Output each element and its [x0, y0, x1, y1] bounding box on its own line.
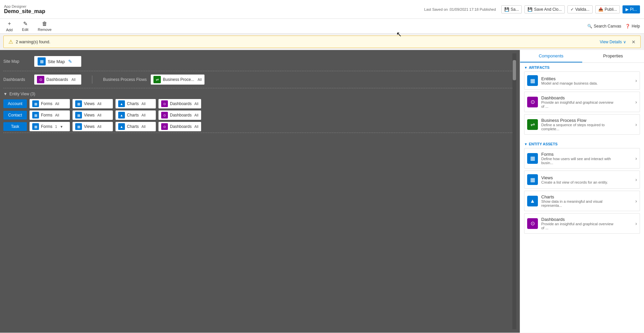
dashboards2-icon: ⊙ [161, 100, 168, 107]
entities-title: Entities [541, 76, 598, 81]
warning-close-button[interactable]: ✕ [632, 39, 636, 45]
validate-button[interactable]: ✓ Valida... [567, 5, 592, 13]
save-close-icon: 💾 [527, 7, 533, 12]
add-icon: ＋ [7, 20, 12, 27]
help-icon: ❓ [625, 24, 630, 29]
dashboards2-chevron-icon: › [635, 221, 637, 226]
artifacts-section: ▼ ARTIFACTS ▦ Entities Model and manage … [520, 63, 644, 139]
dashboards-component-item[interactable]: ⊙ Dashboards Provide an insightful and g… [524, 92, 640, 112]
account-button[interactable]: Account [3, 99, 27, 108]
dashboards2-component-item[interactable]: ⊙ Dashboards Provide an insightful and g… [524, 213, 640, 234]
views-title: Views [541, 175, 608, 180]
bpf-card-name: Business Proce... [163, 77, 194, 82]
header-right: Last Saved on :01/09/2021 17:18 Publishe… [424, 5, 640, 13]
pencil-icon[interactable]: ✎ [68, 59, 72, 64]
entity-header: ▼ Entity View (3) [3, 90, 512, 98]
bpf-card[interactable]: ⇌ Business Proce... All [151, 75, 204, 85]
app-designer-label: App Designer [4, 4, 45, 8]
task-charts-card[interactable]: ▲ Charts All [116, 122, 156, 131]
canvas-inner: Site Map ▦ Site Map ✎ Dashboards ⊙ Dashb… [3, 53, 512, 329]
views-item-icon: ▦ [527, 174, 538, 185]
contact-views-icon: ▦ [75, 112, 82, 118]
save-icon: 💾 [504, 7, 509, 12]
panel-tabs: Components Properties [520, 50, 644, 63]
edit-button[interactable]: ✎ Edit [20, 20, 31, 32]
forms-icon: ▦ [32, 100, 39, 107]
remove-button[interactable]: 🗑 Remove [36, 20, 54, 32]
bpf-component-item[interactable]: ⇌ Business Process Flow Define a sequenc… [524, 114, 640, 135]
header: App Designer Demo_site_map Last Saved on… [0, 0, 644, 19]
forms-chevron-icon: › [635, 156, 637, 161]
play-button[interactable]: ▶ Pl... [623, 5, 640, 13]
contact-dashboards-card[interactable]: ⊙ Dashboards All [158, 110, 201, 120]
entity-row-contact: Contact ▦ Forms All ▦ Views All [3, 110, 512, 120]
right-panel: Components Properties ▼ ARTIFACTS ▦ En [520, 50, 644, 333]
charts-item-icon: ▲ [527, 196, 538, 206]
task-forms-dropdown-icon[interactable]: ▼ [60, 125, 63, 129]
entity-assets-chevron-icon[interactable]: ▼ [524, 142, 527, 146]
publish-button[interactable]: 📤 Publi... [595, 5, 620, 13]
forms-component-item[interactable]: ▦ Forms Define how users will see and in… [524, 148, 640, 169]
header-left: App Designer Demo_site_map [4, 4, 45, 14]
account-dashboards-card[interactable]: ⊙ Dashboards All [158, 99, 201, 108]
bpf-badge: All [197, 78, 201, 82]
account-forms-card[interactable]: ▦ Forms All [30, 99, 70, 108]
task-views-card[interactable]: ▦ Views All [73, 122, 113, 131]
chevron-down-icon: ∨ [623, 40, 626, 44]
canvas-scrollbar[interactable] [512, 53, 516, 329]
task-forms-card[interactable]: ▦ Forms 1 ▼ [30, 122, 70, 131]
charts-icon: ▲ [118, 100, 125, 107]
dashboards2-title: Dashboards [541, 217, 615, 222]
views-component-item[interactable]: ▦ Views Create a list view of records fo… [524, 171, 640, 189]
entities-item-left: ▦ Entities Model and manage business dat… [527, 75, 598, 86]
canvas-scrollbar-thumb[interactable] [513, 60, 516, 80]
charts-component-item[interactable]: ▲ Charts Show data in a meaningful and v… [524, 191, 640, 211]
contact-button[interactable]: Contact [3, 111, 27, 120]
dashboards2-desc: Provide an insightful and graphical over… [541, 222, 615, 230]
save-button[interactable]: 💾 Sa... [501, 5, 522, 13]
contact-charts-card[interactable]: ▲ Charts All [116, 110, 156, 120]
dashboards2-item-text: Dashboards Provide an insightful and gra… [541, 217, 615, 230]
tab-components[interactable]: Components [520, 50, 582, 62]
search-canvas-button[interactable]: 🔍 Search Canvas [587, 24, 621, 29]
forms-title: Forms [541, 152, 615, 157]
dashboards-desc: Provide an insightful and graphical over… [541, 100, 615, 108]
account-charts-card[interactable]: ▲ Charts All [116, 99, 156, 108]
entities-desc: Model and manage business data. [541, 81, 598, 85]
task-dashboards-icon: ⊙ [161, 123, 168, 130]
separator-3 [3, 133, 512, 133]
bpf-icon: ⇌ [153, 76, 161, 83]
forms-item-text: Forms Define how users will see and inte… [541, 152, 615, 165]
views-chevron-icon: › [635, 177, 637, 182]
views-item-text: Views Create a list view of records for … [541, 175, 608, 184]
add-button[interactable]: ＋ Add [4, 19, 15, 33]
bpf-chevron-icon: › [635, 122, 637, 127]
entities-chevron-icon: › [635, 78, 637, 83]
account-views-card[interactable]: ▦ Views All [73, 99, 113, 108]
task-button[interactable]: Task [3, 122, 27, 131]
charts-chevron-icon: › [635, 198, 637, 204]
entity-assets-section: ▼ ENTITY ASSETS ▦ Forms Define how users… [520, 139, 644, 238]
dashboards2-item-left: ⊙ Dashboards Provide an insightful and g… [527, 217, 615, 230]
tab-properties[interactable]: Properties [582, 50, 644, 62]
help-button[interactable]: ❓ Help [625, 24, 640, 29]
artifacts-chevron-icon[interactable]: ▼ [524, 66, 527, 69]
dashboards-card[interactable]: ⊙ Dashboards All [34, 75, 81, 85]
contact-views-card[interactable]: ▦ Views All [73, 110, 113, 120]
remove-icon: 🗑 [42, 21, 47, 27]
entity-row-task: Task ▦ Forms 1 ▼ ▦ Views All [3, 122, 512, 131]
dashboards-item-text: Dashboards Provide an insightful and gra… [541, 95, 615, 108]
save-and-close-button[interactable]: 💾 Save And Clo... [524, 5, 565, 13]
bpf-item-icon: ⇌ [527, 119, 538, 130]
entities-item-icon: ▦ [527, 75, 538, 86]
contact-forms-card[interactable]: ▦ Forms All [30, 110, 70, 120]
task-dashboards-card[interactable]: ⊙ Dashboards All [158, 122, 201, 131]
views-desc: Create a list view of records for an ent… [541, 180, 608, 184]
entities-component-item[interactable]: ▦ Entities Model and manage business dat… [524, 72, 640, 90]
views-item-left: ▦ Views Create a list view of records fo… [527, 174, 608, 185]
site-map-card[interactable]: ▦ Site Map ✎ [34, 56, 81, 67]
toolbar-right: 🔍 Search Canvas ❓ Help [587, 24, 640, 29]
view-details-button[interactable]: View Details ∨ [600, 40, 626, 44]
artifacts-section-title: ▼ ARTIFACTS [524, 65, 640, 69]
publish-icon: 📤 [598, 7, 603, 12]
